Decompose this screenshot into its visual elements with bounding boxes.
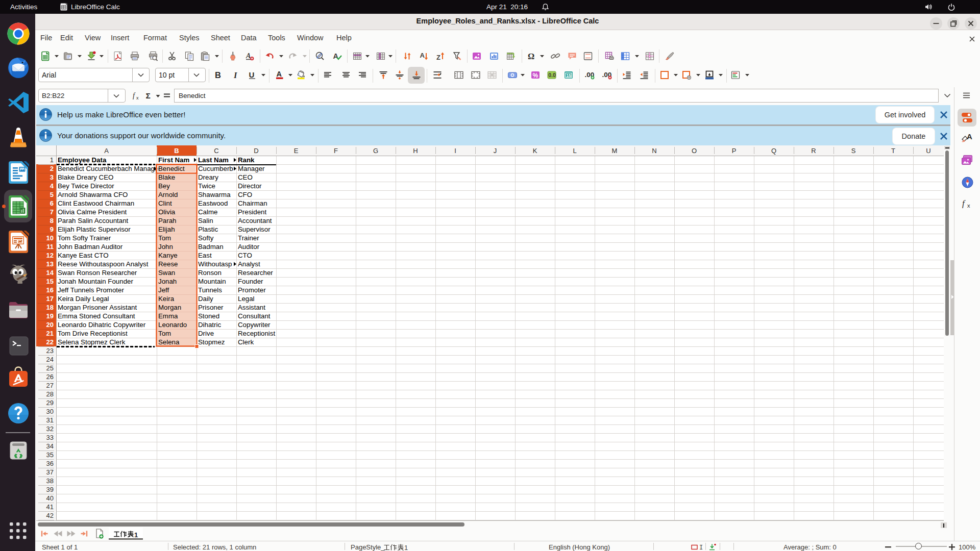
- svg-text:N: N: [652, 147, 656, 155]
- svg-text:1: 1: [404, 544, 408, 551]
- svg-text:Ronson: Ronson: [198, 269, 222, 277]
- svg-text:1: 1: [50, 156, 54, 164]
- svg-text:9: 9: [50, 226, 54, 233]
- svg-text:Stoned: Stoned: [198, 312, 219, 320]
- svg-text:Daily: Daily: [198, 295, 213, 303]
- svg-text:32: 32: [46, 425, 54, 433]
- svg-text:Jeff Tunnels Promoter: Jeff Tunnels Promoter: [58, 286, 124, 294]
- svg-text:G: G: [373, 147, 378, 155]
- svg-text:Legal: Legal: [238, 295, 255, 303]
- svg-text:Badman: Badman: [198, 243, 224, 251]
- svg-text:Consultant: Consultant: [238, 312, 271, 320]
- svg-text:T: T: [891, 147, 895, 155]
- svg-text:A: A: [246, 52, 251, 60]
- svg-text:Drive: Drive: [198, 330, 214, 337]
- svg-text:34: 34: [46, 442, 54, 450]
- svg-text:f: f: [962, 198, 966, 208]
- svg-text:I: I: [454, 147, 456, 155]
- svg-text:Receptionist: Receptionist: [238, 330, 275, 337]
- svg-text:Blake: Blake: [158, 173, 175, 181]
- svg-text:15: 15: [567, 73, 572, 78]
- svg-text:Clerk: Clerk: [238, 338, 254, 346]
- svg-text:Cucumberb: Cucumberb: [198, 165, 233, 172]
- svg-text:10: 10: [46, 234, 54, 242]
- svg-text:Withoutasp: Withoutasp: [198, 260, 232, 268]
- svg-text:A: A: [104, 147, 109, 155]
- svg-text:E: E: [294, 147, 299, 155]
- svg-text:Kanye East CTO: Kanye East CTO: [58, 252, 109, 259]
- svg-text:S: S: [851, 147, 856, 155]
- svg-text:U: U: [249, 70, 255, 79]
- svg-text:f: f: [133, 92, 136, 99]
- svg-text:Analyst: Analyst: [238, 260, 260, 268]
- svg-text:11: 11: [46, 243, 54, 251]
- svg-text:Chairman: Chairman: [238, 199, 267, 207]
- svg-text:Rank: Rank: [238, 156, 255, 164]
- svg-text:Parah: Parah: [158, 217, 176, 224]
- svg-text:CTO: CTO: [238, 252, 252, 259]
- svg-text:J: J: [494, 147, 497, 155]
- svg-text:Prisoner: Prisoner: [198, 304, 224, 311]
- svg-text:Reese: Reese: [158, 260, 178, 268]
- svg-text:Jonah: Jonah: [158, 278, 177, 285]
- svg-text:3: 3: [50, 173, 54, 181]
- svg-text:P: P: [732, 147, 737, 155]
- svg-text:Tom Softy Trainer: Tom Softy Trainer: [58, 234, 111, 242]
- svg-text:Tom: Tom: [158, 330, 171, 337]
- svg-text:Last Nam: Last Nam: [198, 156, 229, 164]
- svg-text:Bey Twice Director: Bey Twice Director: [58, 182, 114, 190]
- svg-text:33: 33: [46, 434, 54, 441]
- svg-text:Dreary: Dreary: [198, 173, 218, 181]
- svg-text:Z: Z: [436, 53, 440, 61]
- svg-text:16: 16: [46, 286, 54, 294]
- svg-text:Plastic: Plastic: [198, 226, 218, 233]
- svg-text:%: %: [533, 72, 538, 79]
- svg-text:18: 18: [46, 304, 54, 311]
- svg-text:Morgan: Morgan: [158, 304, 181, 311]
- svg-text:Morgan Prisoner Assistant: Morgan Prisoner Assistant: [58, 304, 137, 311]
- svg-text:CFO: CFO: [238, 191, 252, 198]
- svg-text:U: U: [926, 147, 930, 155]
- svg-text:8: 8: [50, 217, 54, 224]
- svg-text:Stopmez: Stopmez: [198, 338, 225, 346]
- svg-text:31: 31: [46, 416, 54, 424]
- svg-text:Leonardo Dihatric Copywriter: Leonardo Dihatric Copywriter: [58, 321, 146, 329]
- svg-text:Promoter: Promoter: [238, 286, 266, 294]
- svg-text:I: I: [699, 544, 703, 550]
- svg-text:O: O: [692, 147, 697, 155]
- svg-text:Olivia Calme President: Olivia Calme President: [58, 208, 127, 216]
- svg-text:0.0: 0.0: [548, 72, 556, 78]
- svg-text:20: 20: [46, 321, 54, 329]
- svg-text:Manager: Manager: [238, 165, 265, 172]
- svg-text:Supervisor: Supervisor: [238, 226, 271, 233]
- svg-text:D: D: [254, 147, 258, 155]
- svg-text:Salin: Salin: [198, 217, 213, 224]
- svg-text:36: 36: [46, 460, 54, 467]
- svg-text:1: 1: [134, 531, 138, 538]
- svg-text:Keira: Keira: [158, 295, 175, 303]
- svg-text:15: 15: [46, 278, 54, 285]
- svg-text:Arnold Shawarma CFO: Arnold Shawarma CFO: [58, 191, 128, 198]
- svg-text:25: 25: [46, 364, 54, 372]
- svg-text:40: 40: [46, 494, 54, 502]
- svg-text:x: x: [967, 203, 970, 209]
- svg-text:26: 26: [46, 373, 54, 381]
- svg-text:Director: Director: [238, 182, 262, 190]
- svg-text:6: 6: [50, 199, 54, 207]
- svg-text:Blake Dreary CEO: Blake Dreary CEO: [58, 173, 113, 181]
- svg-text:Selena Stopmez Clerk: Selena Stopmez Clerk: [58, 338, 126, 346]
- svg-text:John: John: [158, 243, 173, 251]
- svg-text:Twice: Twice: [198, 182, 215, 190]
- svg-text:Clint Eastwood Chairman: Clint Eastwood Chairman: [58, 199, 134, 207]
- svg-text:2: 2: [50, 165, 54, 172]
- svg-text:Reese Withoutaspoon Analyst: Reese Withoutaspoon Analyst: [58, 260, 149, 268]
- svg-text:42: 42: [46, 512, 54, 519]
- svg-text:I: I: [233, 70, 237, 80]
- svg-text:A: A: [277, 70, 282, 78]
- svg-text:Keira Daily Legal: Keira Daily Legal: [58, 295, 109, 303]
- svg-text:Tom: Tom: [158, 234, 171, 242]
- svg-text:21: 21: [46, 330, 54, 337]
- svg-text:K: K: [533, 147, 537, 155]
- svg-text:Assistant: Assistant: [238, 304, 265, 311]
- svg-text:Emma: Emma: [158, 312, 178, 320]
